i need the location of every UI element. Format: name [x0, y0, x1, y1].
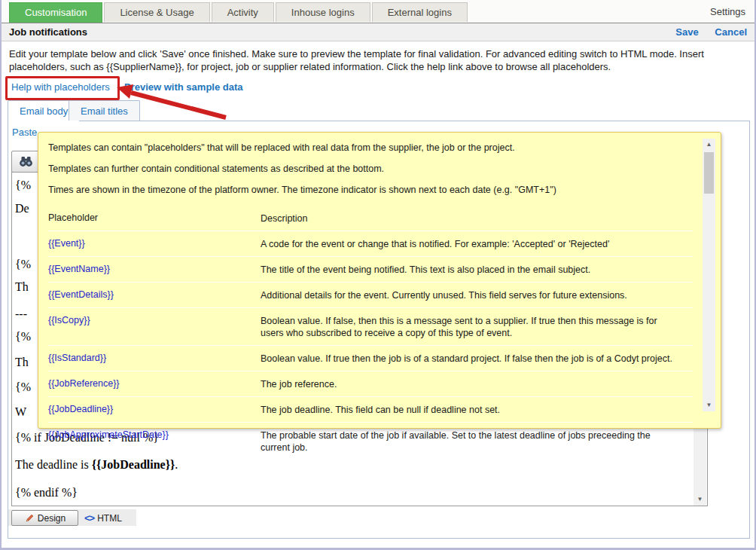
jobdeadline-placeholder: {{JobDeadline}} — [92, 458, 175, 471]
editor-line: {% — [15, 179, 31, 192]
table-row: {{Event}} A code for the event or change… — [48, 231, 693, 257]
editor-line-endif: {% endif %} — [15, 486, 78, 500]
pencil-icon — [24, 513, 34, 523]
table-row: {{JobApproximateStartDate}} The probable… — [48, 423, 693, 460]
editor-line: Th — [15, 356, 29, 369]
binoculars-icon — [19, 156, 33, 167]
header-bar: Job notifications Save Cancel — [2, 23, 754, 41]
editor-line: {% — [15, 258, 31, 271]
top-tab-strip: Customisation License & Usage Activity I… — [2, 0, 754, 23]
paste-placeholder-link[interactable]: Paste — [12, 127, 37, 138]
tab-license-usage[interactable]: License & Usage — [104, 2, 209, 22]
design-label: Design — [38, 513, 66, 524]
table-row: {{EventDetails}} Additional details for … — [48, 283, 693, 308]
table-row: {{IsCopy}} Boolean value. If false, then… — [48, 308, 693, 346]
table-header-row: Placeholder Description — [48, 206, 693, 231]
scroll-down-icon[interactable]: ▼ — [694, 493, 706, 506]
tab-activity[interactable]: Activity — [212, 2, 274, 22]
html-mode-button[interactable]: <> HTML — [84, 510, 122, 526]
find-button[interactable] — [11, 151, 40, 173]
tab-email-titles[interactable]: Email titles — [69, 100, 140, 121]
popup-paragraph: Templates can further contain conditiona… — [48, 163, 710, 175]
popup-paragraph: Times are shown in the timezone of the p… — [48, 185, 710, 196]
save-button[interactable]: Save — [675, 26, 698, 38]
column-description: Description — [261, 212, 693, 225]
page-title: Job notifications — [9, 26, 87, 38]
placeholder-link[interactable]: {{IsCopy}} — [48, 315, 90, 325]
popup-paragraph: Templates can contain "placeholders" tha… — [48, 142, 710, 154]
editor-line: Th — [15, 280, 29, 294]
scroll-up-icon[interactable]: ▲ — [703, 139, 715, 151]
placeholder-link[interactable]: {{JobDeadline}} — [48, 404, 113, 414]
code-icon: <> — [84, 512, 94, 524]
tab-customisation[interactable]: Customisation — [9, 2, 102, 23]
editor-line: De — [15, 202, 29, 215]
table-row: {{JobReference}} The job reference. — [48, 371, 693, 397]
table-row: {{JobDeadline}} The job deadline. This f… — [48, 397, 693, 423]
tab-inhouse-logins[interactable]: Inhouse logins — [276, 2, 370, 22]
editor-line: {% — [15, 330, 31, 344]
placeholder-link[interactable]: {{Event}} — [48, 238, 85, 249]
column-placeholder: Placeholder — [48, 212, 261, 225]
placeholder-link[interactable]: {{JobReference}} — [48, 378, 120, 389]
scroll-down-icon[interactable]: ▼ — [703, 399, 715, 411]
table-row: {{IsStandard}} Boolean value. If true th… — [48, 346, 693, 371]
placeholders-table: Placeholder Description {{Event}} A code… — [48, 206, 693, 460]
placeholder-link[interactable]: {{IsStandard}} — [48, 353, 106, 363]
placeholder-link[interactable]: {{EventName}} — [48, 264, 110, 274]
popup-scrollbar[interactable]: ▲ ▼ — [703, 139, 715, 411]
html-label: HTML — [97, 513, 122, 524]
editor-line: --- — [15, 307, 27, 321]
popup-scrollbar-thumb[interactable] — [704, 152, 714, 194]
settings-link[interactable]: Settings — [710, 6, 745, 17]
page: Customisation License & Usage Activity I… — [0, 0, 756, 550]
intro-text: Edit your template below and click 'Save… — [9, 47, 751, 73]
cancel-button[interactable]: Cancel — [715, 26, 747, 38]
design-mode-button[interactable]: Design — [11, 510, 78, 526]
placeholder-link[interactable]: {{JobApproximateStartDate}} — [48, 429, 169, 440]
tab-external-logins[interactable]: External logins — [372, 2, 468, 22]
preview-with-sample-data-link[interactable]: Preview with sample data — [124, 81, 243, 93]
placeholder-link[interactable]: {{EventDetails}} — [48, 289, 114, 300]
help-with-placeholders-link[interactable]: Help with placeholders — [11, 81, 110, 93]
editor-line: {% — [15, 380, 31, 394]
editor-line-deadline: The deadline is {{JobDeadline}}. — [15, 458, 178, 472]
table-row: {{EventName}} The title of the event bei… — [48, 257, 693, 283]
placeholders-help-popup: Templates can contain "placeholders" tha… — [38, 132, 721, 429]
editor-line: W — [15, 405, 26, 419]
